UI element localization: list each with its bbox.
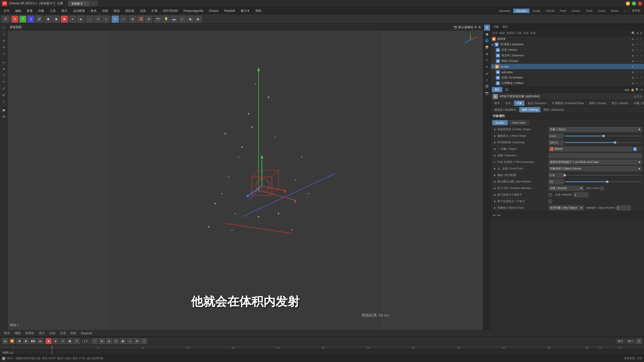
prop-icon-ms[interactable]: ◉ (493, 193, 496, 197)
sub-tab-modifiers[interactable]: 修改器 | Modifiers (492, 107, 519, 112)
tc-first[interactable]: ⏮ (2, 338, 8, 344)
left-spline[interactable]: ∿ (1, 99, 7, 105)
tc-prev[interactable]: ⏪ (9, 338, 15, 344)
ol-viewer[interactable]: 查看器 (506, 31, 515, 35)
workspace-standard[interactable]: Standard (497, 9, 513, 13)
obj-check3[interactable]: ✓ (635, 43, 639, 46)
workspace-new-ui[interactable]: 新界面 (630, 8, 643, 13)
obj-check1[interactable]: ✓ (635, 37, 639, 41)
ol-edit[interactable]: 编辑 (499, 31, 505, 35)
object-row-generators[interactable]: ◉ 生成 | Generators ◐ ✓ ✓ (491, 75, 644, 80)
viewport-camera[interactable]: 📷 默认摄像机 ▼ ⚙ (454, 25, 481, 29)
ol-search-icon[interactable]: 🔍 (631, 31, 635, 35)
prop-dropdown-oc[interactable]: 任何对象 | Any Object ▼ (549, 205, 584, 210)
toolbar-particle[interactable]: ✦ (69, 16, 76, 23)
obj-vis6[interactable]: ◐ (631, 65, 635, 68)
prop-dropdown-c4dgen[interactable]: 使用主体和端盖子 | Use Body and Caps ▼ (549, 160, 642, 165)
ol-settings-icon[interactable]: ⚙ (640, 31, 642, 35)
toolbar-ipr[interactable]: ◉ (187, 16, 194, 23)
toolbar-transform[interactable]: ⤢ (120, 16, 127, 23)
auto-key-label[interactable]: 自定义 (634, 95, 642, 98)
ol-add-icon[interactable]: ⊕ (636, 31, 639, 35)
left-select2[interactable]: ⊹ (1, 31, 7, 37)
props-lock[interactable]: 🔒 (631, 88, 634, 92)
prop-input-offset[interactable] (549, 133, 564, 139)
obj-check13[interactable]: ✓ (635, 70, 639, 74)
tc-last[interactable]: ⏭ (37, 338, 43, 344)
left-primitive[interactable]: ◼ (1, 107, 7, 113)
tc-icon3[interactable]: ◈ (106, 338, 112, 344)
tc-icon1[interactable]: ⊹ (92, 338, 98, 344)
prop-checkbox-ms[interactable] (549, 193, 552, 197)
left-polygon[interactable]: ⬡ (1, 72, 7, 78)
prop-tab-extended[interactable]: 扩展数据 | Extended Data (550, 101, 586, 106)
tc-record[interactable]: ⏺ (46, 338, 52, 344)
prop-checkbox-ope[interactable] (549, 200, 552, 203)
obj-check7[interactable]: ✓ (635, 54, 639, 57)
left-live[interactable]: ● (1, 66, 7, 72)
obj-check4[interactable]: ✓ (639, 43, 643, 46)
tc-forward[interactable]: ▶▶ (30, 338, 36, 344)
prop-tab-questions[interactable]: 问题 | Questions (631, 101, 644, 106)
right-icon-camera[interactable]: 📷 (484, 90, 490, 96)
bottom-icon2[interactable]: ↪ (497, 213, 500, 218)
props-nav-fwd[interactable]: ▶ (627, 88, 630, 92)
right-icon-content[interactable]: 📦 (484, 44, 490, 50)
toolbar-move-active[interactable]: ✛ (112, 16, 119, 23)
toolbar-light[interactable]: 💡 (163, 16, 170, 23)
props-nav-back[interactable]: ◀ (624, 88, 626, 92)
prop-slider-mr[interactable] (565, 181, 642, 182)
object-row-utilities[interactable]: ◉ 公用事业 | Utilities ◐ ✓ ✓ (491, 80, 644, 86)
left-rotate[interactable]: ↺ (1, 44, 7, 50)
prop-tab-birth[interactable]: 生长 (503, 101, 513, 106)
workspace-track[interactable]: Track (583, 9, 595, 13)
toolbar-move[interactable]: ↔ (86, 16, 93, 23)
obj-check18[interactable]: ✓ (639, 81, 643, 85)
object-row-emitter[interactable]: ▼ ◉ Emitter ◐ ✓ ✓ (491, 64, 644, 69)
toolbar-floor[interactable]: ▬ (171, 16, 178, 23)
menu-character[interactable]: 角色 (88, 8, 99, 14)
menu-animation[interactable]: 动画 (100, 8, 111, 14)
tc-key[interactable]: ◈ (53, 338, 59, 344)
left-paint[interactable]: 🖌 (1, 92, 7, 98)
toolbar-play-anim[interactable]: ⏺ (45, 16, 52, 23)
toolbar-render-preview[interactable]: ▷ (179, 16, 186, 23)
right-icon-layers[interactable]: ≡ (484, 77, 490, 83)
timeline-bar[interactable]: tafe.cc (0, 349, 644, 354)
sm-redshift[interactable]: Redshift (79, 331, 94, 336)
prop-dropdown-emitfrom[interactable]: 对象体积 | Object Volume ▼ (549, 166, 642, 171)
obj-vis3[interactable]: ◐ (631, 48, 635, 52)
right-icon-material[interactable]: ◼ (484, 31, 490, 37)
obj-vis7[interactable]: ◐ (631, 70, 635, 74)
tc-back[interactable]: ◀ (16, 338, 22, 344)
left-select[interactable]: ↖ (1, 25, 7, 31)
tab-emitter[interactable]: Emitter (492, 120, 508, 125)
obj-vis2[interactable]: ◐ (631, 43, 635, 46)
left-move[interactable]: ✛ (1, 38, 7, 44)
prop-icon-offset[interactable]: ◉ (493, 134, 496, 138)
obj-check16[interactable]: ✓ (639, 76, 643, 79)
prop-icon-objref[interactable]: ◉ (493, 147, 496, 151)
prop-slider-offset[interactable] (565, 135, 642, 137)
sm-mode[interactable]: 模式 (2, 330, 12, 336)
prop-tab-display[interactable]: 显示 | Display (609, 101, 631, 106)
object-row-nexus[interactable]: ◉ 关系 | NeXus ◐ ✓ ✓ (491, 47, 644, 53)
left-brush[interactable]: 🖊 (1, 85, 7, 92)
toolbar-snap[interactable]: 🧲 (137, 16, 144, 23)
object-row-dynamics[interactable]: ◉ 动力学 | Dynamics ◐ ✓ ✓ (491, 53, 644, 58)
right-icon-brush[interactable]: 🖌 (484, 70, 490, 76)
prop-icon-vd[interactable]: ◉ (493, 173, 496, 177)
prop-checkbox-invert[interactable] (600, 187, 604, 190)
object-row-groups[interactable]: ◉ 群组 | Groups ◐ ✓ ✓ (491, 58, 644, 64)
active-tab[interactable]: 未标题 8 × (68, 1, 89, 6)
prop-icon-c4dgen[interactable] (493, 160, 496, 164)
obj-check6[interactable]: ✓ (639, 48, 643, 52)
toolbar-scale[interactable]: ⤡ (102, 16, 109, 23)
ol-object[interactable]: 对象 (516, 31, 522, 35)
prop-tab-basic[interactable]: 基本 (492, 101, 502, 106)
sub-tab-advanced[interactable]: 高级 | Advanced (541, 107, 566, 112)
workspace-script[interactable]: Script (596, 9, 608, 13)
right-icon-text[interactable]: T (484, 57, 490, 63)
sm-panel[interactable]: 面板 (68, 330, 78, 336)
toolbar-record2[interactable]: ⏺ (61, 16, 68, 23)
